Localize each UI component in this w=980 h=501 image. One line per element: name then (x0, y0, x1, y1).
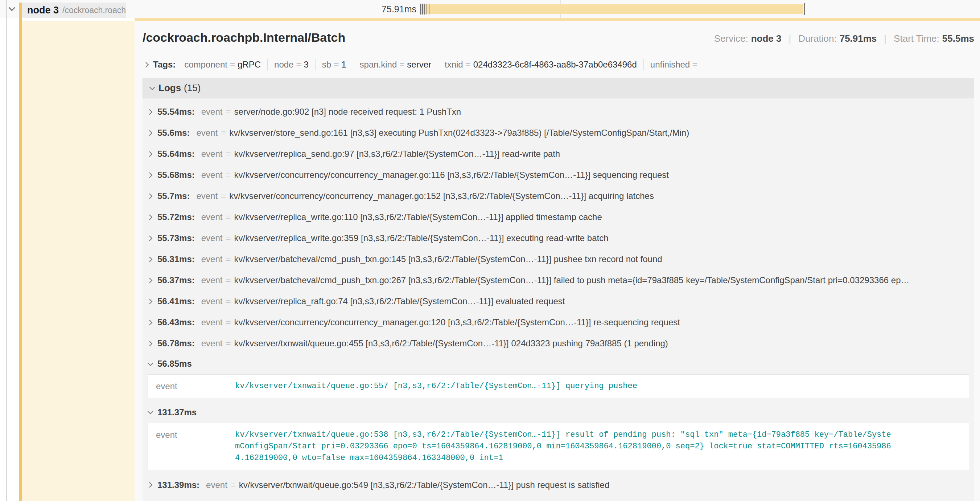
tag-key: node (274, 59, 293, 70)
equals-sign: = (296, 59, 301, 70)
tag-item: component = gRPC (178, 59, 267, 70)
chevron-right-icon (148, 130, 152, 136)
log-row[interactable]: 56.78ms: event = kv/kvserver/txnwait/que… (148, 333, 969, 354)
log-field-value: kv/kvserver/batcheval/cmd_push_txn.go:26… (234, 275, 909, 286)
log-field-key: event (201, 296, 223, 306)
span-name-column-highlight[interactable] (22, 21, 135, 501)
equals-sign: = (221, 191, 226, 201)
tag-item: node = 3 (267, 59, 315, 70)
start-time-label: Start Time: (894, 33, 939, 44)
log-rows: 55.54ms: event = server/node.go:902 [n3]… (148, 101, 969, 496)
log-field-value: kv/kvserver/concurrency/concurrency_mana… (234, 170, 668, 180)
chevron-right-icon (148, 482, 152, 488)
log-field-key: event (201, 149, 223, 159)
log-field-value: kv/kvserver/txnwait/queue.go:557 [n3,s3,… (235, 380, 637, 392)
log-row[interactable]: 55.7ms: event = kv/kvserver/concurrency/… (148, 185, 969, 207)
log-row[interactable]: 56.37ms: event = kv/kvserver/batcheval/c… (148, 270, 969, 291)
span-operation-name: /cockroach.roach… (62, 5, 126, 15)
tag-value: 3 (304, 59, 308, 70)
log-field-key: event (201, 170, 223, 180)
span-meta: Service: node 3 | Duration: 75.91ms | St… (714, 33, 974, 44)
tag-item: sb = 1 (315, 59, 353, 70)
span-duration-bar[interactable] (420, 4, 803, 14)
log-entry-toggle[interactable]: 56.85ms (148, 354, 969, 373)
equals-sign: = (334, 59, 339, 70)
chevron-right-icon (148, 172, 152, 178)
log-timestamp: 55.68ms: (158, 170, 195, 180)
equals-sign: = (226, 254, 231, 264)
equals-sign: = (226, 338, 231, 348)
log-row[interactable]: 55.54ms: event = server/node.go:902 [n3]… (148, 101, 969, 122)
log-field-key: event (196, 191, 218, 201)
log-row[interactable]: 55.68ms: event = kv/kvserver/concurrency… (148, 164, 969, 185)
log-timestamp: 56.78ms: (158, 338, 195, 348)
log-row[interactable]: 55.73ms: event = kv/kvserver/replica_wri… (148, 228, 969, 249)
span-color-accent-bar (19, 3, 22, 501)
log-row[interactable]: 56.31ms: event = kv/kvserver/batcheval/c… (148, 249, 969, 270)
log-row[interactable]: 56.41ms: event = kv/kvserver/replica_raf… (148, 291, 969, 312)
chevron-right-icon (148, 109, 152, 115)
log-field-value: kv/kvserver/store_send.go:161 [n3,s3] ex… (229, 128, 689, 138)
log-field-value: kv/kvserver/replica_write.go:359 [n3,s3,… (234, 233, 608, 243)
logs-title: Logs (159, 82, 181, 94)
chevron-right-icon (148, 256, 152, 262)
chevron-right-icon (148, 193, 152, 199)
header-divider (143, 52, 974, 52)
duration-label: Duration: (798, 33, 837, 44)
column-resizer[interactable] (6, 0, 7, 501)
tag-key: span.kind (360, 59, 397, 70)
chevron-right-icon (148, 319, 152, 325)
equals-sign: = (466, 59, 471, 70)
tag-key: unfinished (650, 59, 690, 70)
equals-sign: = (221, 128, 226, 138)
log-detail-card: event kv/kvserver/txnwait/queue.go:538 [… (148, 423, 969, 470)
span-detail-panel: /cockroach.roachpb.Internal/Batch Servic… (135, 21, 980, 501)
log-tick-marks (420, 4, 430, 14)
log-field-key: event (206, 480, 228, 490)
equals-sign: = (226, 275, 231, 286)
span-name-tab[interactable]: node 3 /cockroach.roach… (22, 3, 126, 18)
chevron-right-icon (148, 214, 152, 220)
service-value: node 3 (751, 33, 782, 44)
log-row[interactable]: 131.39ms: event = kv/kvserver/txnwait/qu… (148, 474, 969, 496)
collapse-span-chevron[interactable] (9, 6, 13, 12)
log-row[interactable]: 55.64ms: event = kv/kvserver/replica_sen… (148, 144, 969, 164)
chevron-down-icon (150, 85, 155, 90)
log-field-value: kv/kvserver/concurrency/concurrency_mana… (234, 317, 680, 327)
log-field-key: event (201, 317, 223, 327)
equals-sign: = (231, 480, 236, 490)
tag-value: 1 (341, 59, 346, 70)
log-field-value: server/node.go:902 [n3] node received re… (234, 107, 461, 117)
log-field-key: event (201, 212, 223, 222)
chevron-right-icon (148, 278, 152, 283)
log-field-value: kv/kvserver/concurrency/concurrency_mana… (229, 191, 654, 201)
tag-value: 024d3323-6c8f-4863-aa8b-37ab0e63496d (473, 59, 637, 70)
log-row[interactable]: 56.43ms: event = kv/kvserver/concurrency… (148, 312, 969, 333)
log-timestamp: 55.64ms: (158, 149, 195, 159)
logs-accordion-toggle[interactable]: Logs (15) (143, 78, 974, 98)
log-field-value: kv/kvserver/txnwait/queue.go:549 [n3,s3,… (239, 480, 609, 490)
span-row[interactable]: node 3 /cockroach.roach… 75.91ms (0, 0, 980, 18)
log-field-key: event (201, 107, 223, 117)
log-entry-expanded: 131.37ms event kv/kvserver/txnwait/queue… (148, 403, 969, 470)
logs-section: Logs (15) 55.54ms: event = server/node.g… (143, 78, 974, 501)
log-row[interactable]: 55.72ms: event = kv/kvserver/replica_wri… (148, 207, 969, 228)
chevron-right-icon (148, 340, 152, 346)
log-field-value: kv/kvserver/replica_raft.go:74 [n3,s3,r6… (234, 296, 565, 306)
log-field-value: kv/kvserver/batcheval/cmd_push_txn.go:14… (234, 254, 662, 264)
tags-accordion-toggle[interactable]: Tags: component = gRPC node = 3 sb = 1 s… (143, 59, 974, 70)
tag-value: server (407, 59, 431, 70)
log-field-key: event (156, 380, 235, 391)
log-row[interactable]: 55.6ms: event = kv/kvserver/store_send.g… (148, 122, 969, 144)
log-field-key: event (196, 128, 218, 138)
log-entry-toggle[interactable]: 131.37ms (148, 403, 969, 422)
log-timestamp: 55.7ms: (158, 191, 190, 201)
service-label: Service: (714, 33, 748, 44)
equals-sign: = (230, 59, 235, 70)
log-field-value: kv/kvserver/txnwait/queue.go:455 [n3,s3,… (234, 338, 668, 348)
log-timestamp: 55.54ms: (158, 107, 195, 117)
log-field-value: kv/kvserver/replica_send.go:97 [n3,s3,r6… (234, 149, 560, 159)
chevron-right-icon (148, 235, 152, 241)
span-duration-label: 75.91ms (355, 0, 416, 18)
chevron-down-icon (148, 409, 153, 415)
